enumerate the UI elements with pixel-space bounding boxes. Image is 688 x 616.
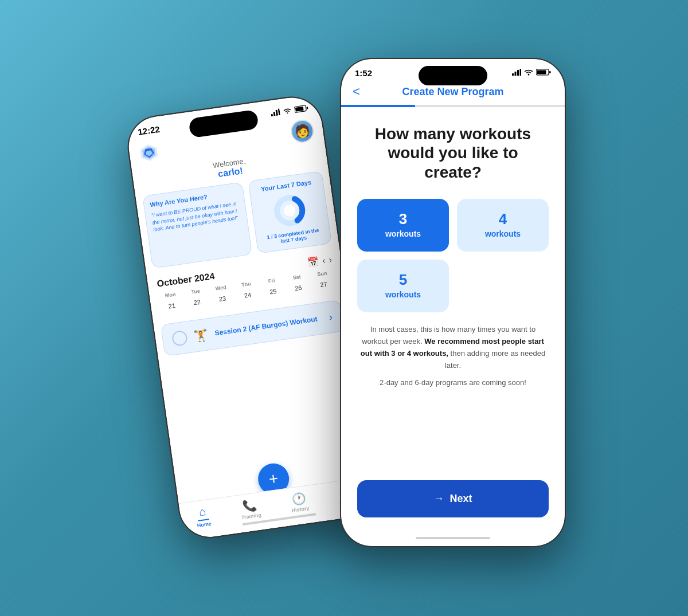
cal-day-22[interactable]: 22 bbox=[185, 295, 209, 309]
day-label-mon: Mon bbox=[158, 291, 182, 300]
session-arrow: › bbox=[328, 311, 333, 323]
phone-left-screen: 12:22 bbox=[125, 93, 377, 540]
cal-day-25[interactable]: 25 bbox=[261, 284, 286, 299]
workout-options-row2: 5 workouts bbox=[357, 260, 549, 312]
phone-left: 12:22 bbox=[125, 93, 377, 540]
workout-options-grid: 3 workouts 4 workouts bbox=[357, 199, 549, 252]
day-label-fri: Fri bbox=[260, 276, 284, 285]
svg-rect-21 bbox=[549, 71, 551, 73]
svg-rect-5 bbox=[295, 106, 304, 111]
session-name: Session 2 (AF Burgos) Workout bbox=[214, 314, 323, 337]
workout-option-5[interactable]: 5 workouts bbox=[357, 260, 449, 312]
status-icons-right bbox=[512, 69, 551, 77]
tab-home-label: Home bbox=[197, 520, 212, 528]
tab-home[interactable]: ⌂ Home bbox=[194, 504, 212, 528]
app-logo bbox=[137, 141, 161, 164]
workout-option-4[interactable]: 4 workouts bbox=[457, 199, 549, 252]
svg-rect-15 bbox=[515, 72, 517, 76]
option-5-number: 5 bbox=[368, 272, 439, 287]
calendar-prev[interactable]: ‹ bbox=[322, 255, 326, 266]
battery-icon-left bbox=[294, 104, 309, 113]
svg-point-13 bbox=[283, 204, 296, 217]
option-4-number: 4 bbox=[467, 211, 538, 226]
nav-title: Create New Program bbox=[402, 86, 503, 98]
option-3-number: 3 bbox=[368, 211, 439, 226]
phone-right: 1:52 bbox=[341, 59, 565, 546]
calendar-month: October 2024 bbox=[157, 270, 216, 289]
wifi-icon-right bbox=[524, 69, 533, 77]
cal-day-27[interactable]: 27 bbox=[311, 277, 336, 291]
cal-day-26[interactable]: 26 bbox=[286, 280, 311, 295]
option-5-label: workouts bbox=[385, 290, 421, 299]
session-checkbox[interactable] bbox=[171, 329, 188, 346]
workout-option-3[interactable]: 3 workouts bbox=[357, 199, 449, 252]
next-button[interactable]: → Next bbox=[357, 480, 549, 517]
svg-rect-14 bbox=[512, 73, 514, 76]
cal-day-21[interactable]: 21 bbox=[159, 298, 184, 312]
phones-container: 12:22 bbox=[0, 0, 688, 616]
why-card[interactable]: Why Are You Here? "I want to BE PROUD of… bbox=[142, 182, 252, 268]
phone-right-screen: 1:52 bbox=[341, 59, 565, 546]
status-time-right: 1:52 bbox=[355, 68, 372, 78]
day-label-tue: Tue bbox=[183, 287, 208, 296]
option-4-label: workouts bbox=[485, 229, 521, 238]
svg-rect-2 bbox=[276, 109, 278, 115]
option-3-label: workouts bbox=[385, 229, 421, 238]
signal-icon-left bbox=[270, 108, 280, 117]
signal-icon-right bbox=[512, 69, 521, 77]
home-icon: ⌂ bbox=[198, 504, 207, 518]
seven-days-title: Your Last 7 Days bbox=[260, 178, 311, 192]
day-label-wed: Wed bbox=[209, 283, 233, 292]
svg-rect-1 bbox=[273, 111, 275, 115]
svg-rect-20 bbox=[537, 70, 546, 74]
calendar-controls[interactable]: 📅 ‹ › bbox=[307, 254, 333, 268]
create-program-content: How many workouts would you like to crea… bbox=[341, 107, 565, 399]
svg-rect-0 bbox=[271, 113, 273, 116]
seven-days-card[interactable]: Your Last 7 Days 1 / 3 completed in the … bbox=[248, 170, 332, 253]
tab-history[interactable]: 🕐 History bbox=[289, 491, 310, 515]
empty-cell bbox=[457, 260, 549, 312]
battery-icon-right bbox=[536, 69, 551, 77]
calendar-next[interactable]: › bbox=[328, 254, 333, 265]
svg-rect-17 bbox=[520, 69, 522, 76]
donut-chart bbox=[270, 191, 309, 230]
svg-point-18 bbox=[528, 74, 530, 76]
seven-days-progress: 1 / 3 completed in the last 7 days bbox=[262, 226, 325, 246]
dynamic-island-right bbox=[419, 66, 487, 85]
user-avatar[interactable]: 🧑 bbox=[290, 118, 315, 144]
next-arrow-icon: → bbox=[433, 493, 444, 505]
svg-rect-6 bbox=[306, 106, 308, 108]
status-time-left: 12:22 bbox=[137, 124, 160, 136]
cal-day-23[interactable]: 23 bbox=[210, 291, 234, 305]
info-text: In most cases, this is how many times yo… bbox=[357, 324, 549, 371]
coming-soon-text: 2-day and 6-day programs are coming soon… bbox=[357, 378, 549, 387]
history-icon: 🕐 bbox=[291, 491, 307, 506]
next-button-label: Next bbox=[449, 493, 472, 505]
tab-training[interactable]: 📞 Training bbox=[239, 497, 262, 521]
svg-rect-3 bbox=[278, 108, 280, 115]
training-icon: 📞 bbox=[242, 497, 258, 513]
info-text-after: then adding more as needed later. bbox=[445, 349, 545, 370]
home-indicator-right bbox=[416, 537, 490, 539]
svg-rect-16 bbox=[517, 70, 519, 76]
day-label-sun: Sun bbox=[310, 269, 334, 278]
day-label-sat: Sat bbox=[285, 273, 309, 282]
wifi-icon-left bbox=[282, 106, 292, 115]
cal-day-24[interactable]: 24 bbox=[236, 288, 260, 302]
calendar-icon: 📅 bbox=[307, 256, 319, 268]
back-button[interactable]: < bbox=[353, 84, 360, 99]
question-title: How many workouts would you like to crea… bbox=[357, 124, 549, 182]
session-icon: 🏋️ bbox=[193, 327, 209, 343]
day-label-thu: Thu bbox=[234, 280, 259, 289]
